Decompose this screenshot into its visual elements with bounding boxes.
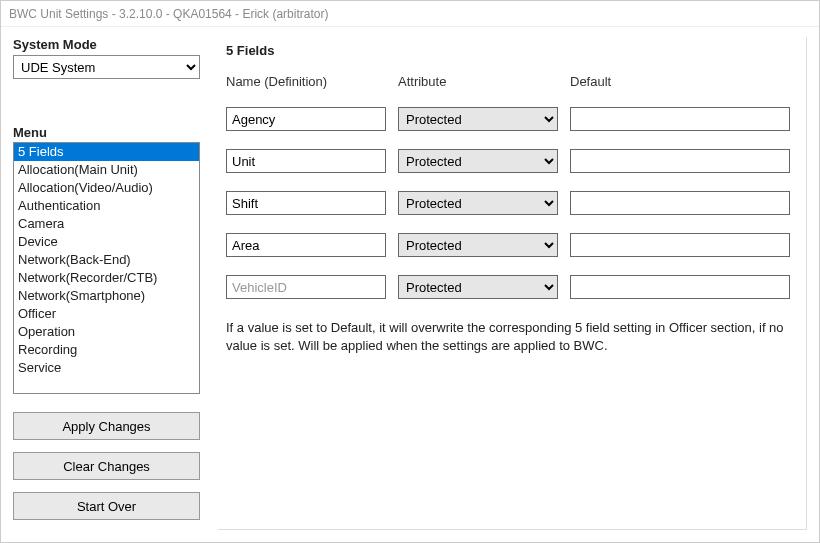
menu-label: Menu — [13, 125, 200, 140]
start-over-button[interactable]: Start Over — [13, 492, 200, 520]
field-name-input[interactable] — [226, 149, 386, 173]
field-default-input[interactable] — [570, 191, 790, 215]
field-default-input[interactable] — [570, 149, 790, 173]
field-attribute-select[interactable]: Protected — [398, 149, 558, 173]
field-attribute-select[interactable]: Protected — [398, 233, 558, 257]
field-attribute-select[interactable]: Protected — [398, 107, 558, 131]
menu-item[interactable]: 5 Fields — [14, 143, 199, 161]
apply-changes-button[interactable]: Apply Changes — [13, 412, 200, 440]
field-name-input[interactable] — [226, 233, 386, 257]
menu-item[interactable]: Authentication — [14, 197, 199, 215]
clear-changes-button[interactable]: Clear Changes — [13, 452, 200, 480]
field-name-input — [226, 275, 386, 299]
menu-item[interactable]: Camera — [14, 215, 199, 233]
window-title: BWC Unit Settings - 3.2.10.0 - QKA01564 … — [1, 1, 819, 27]
field-name-input[interactable] — [226, 107, 386, 131]
menu-item[interactable]: Recording — [14, 341, 199, 359]
menu-item[interactable]: Network(Recorder/CTB) — [14, 269, 199, 287]
system-mode-label: System Mode — [13, 37, 200, 52]
field-attribute-select[interactable]: Protected — [398, 275, 558, 299]
menu-item[interactable]: Allocation(Video/Audio) — [14, 179, 199, 197]
field-default-input[interactable] — [570, 275, 790, 299]
settings-panel: 5 Fields Name (Definition) Attribute Def… — [218, 37, 807, 530]
menu-item[interactable]: Network(Smartphone) — [14, 287, 199, 305]
panel-title: 5 Fields — [226, 43, 790, 58]
field-name-input[interactable] — [226, 191, 386, 215]
menu-item[interactable]: Network(Back-End) — [14, 251, 199, 269]
left-buttons: Apply Changes Clear Changes Start Over — [13, 412, 200, 520]
menu-item[interactable]: Service — [14, 359, 199, 377]
field-attribute-select[interactable]: Protected — [398, 191, 558, 215]
system-mode-select[interactable]: UDE System — [13, 55, 200, 79]
app-window: BWC Unit Settings - 3.2.10.0 - QKA01564 … — [0, 0, 820, 543]
menu-item[interactable]: Operation — [14, 323, 199, 341]
content-area: System Mode UDE System Menu 5 FieldsAllo… — [1, 27, 819, 542]
col-header-default: Default — [570, 74, 790, 89]
menu-item[interactable]: Allocation(Main Unit) — [14, 161, 199, 179]
field-default-input[interactable] — [570, 107, 790, 131]
menu-item[interactable]: Device — [14, 233, 199, 251]
menu-list[interactable]: 5 FieldsAllocation(Main Unit)Allocation(… — [13, 142, 200, 394]
menu-item[interactable]: Officer — [14, 305, 199, 323]
left-column: System Mode UDE System Menu 5 FieldsAllo… — [13, 37, 200, 530]
field-default-input[interactable] — [570, 233, 790, 257]
col-header-name: Name (Definition) — [226, 74, 386, 89]
fields-grid: Name (Definition) Attribute Default Prot… — [226, 74, 790, 299]
col-header-attribute: Attribute — [398, 74, 558, 89]
panel-note: If a value is set to Default, it will ov… — [226, 319, 786, 354]
